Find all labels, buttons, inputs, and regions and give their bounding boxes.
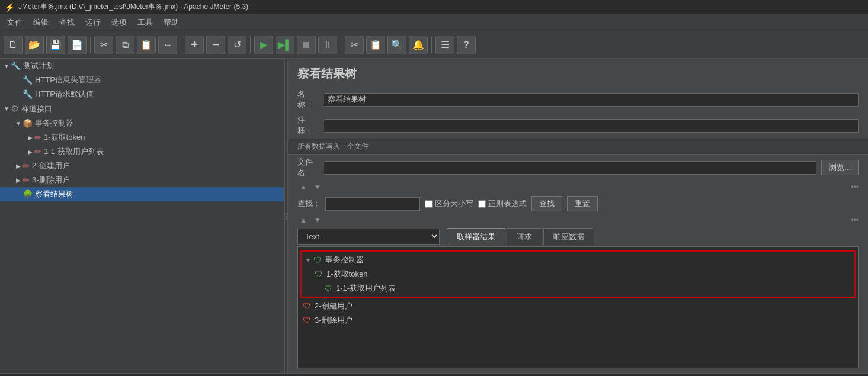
copy-button[interactable]: ⧉ <box>116 36 134 54</box>
result-item-r-get-token[interactable]: 🛡 1-获取token <box>303 267 853 281</box>
result-area[interactable]: ▼ 🛡 事务控制器 🛡 1-获取token 🛡 1-1-获取用户列表 🛡 <box>297 246 859 368</box>
status-bar: CSDN @NoamaNelson <box>0 373 868 376</box>
format-dropdown[interactable]: Text <box>297 229 440 245</box>
case-sensitive-label[interactable]: 区分大小写 <box>425 198 473 209</box>
more-dots1[interactable]: ••• <box>851 183 859 191</box>
tree-item-view-tree[interactable]: 🌳 察看结果树 <box>0 187 284 201</box>
tab-response-data[interactable]: 响应数据 <box>543 228 594 245</box>
result-item-trans-ctrl[interactable]: ▼ 🛡 事务控制器 <box>303 253 853 267</box>
arrow-create-user: ▶ <box>14 163 23 169</box>
label-transaction: 事务控制器 <box>35 118 73 128</box>
help-button[interactable]: ? <box>457 36 476 54</box>
tabs-row: 取样器结果 请求 响应数据 <box>447 228 595 245</box>
more-dots2[interactable]: ••• <box>851 216 859 224</box>
trans-ctrl-label: 事务控制器 <box>325 255 364 265</box>
menu-run[interactable]: 运行 <box>81 15 105 30</box>
run-button[interactable]: ▶ <box>254 36 273 54</box>
icon-http-default: 🔧 <box>23 89 33 99</box>
trans-ctrl-arrow: ▼ <box>305 257 313 263</box>
up-arrow2-icon[interactable]: ▲ <box>297 215 309 226</box>
paste-button[interactable]: 📋 <box>137 36 156 54</box>
search-label: 查找： <box>297 198 321 209</box>
trans-ctrl-icon: 🛡 <box>313 255 322 265</box>
find-button[interactable]: 查找 <box>531 196 562 211</box>
add-button[interactable]: + <box>185 36 204 54</box>
tree-item-transaction[interactable]: ▼ 📦 事务控制器 <box>0 116 284 130</box>
menu-options[interactable]: 选项 <box>107 15 132 30</box>
search-button[interactable]: 🔍 <box>387 36 406 54</box>
title-icon: ⚡ <box>5 2 15 12</box>
tree-item-create-user[interactable]: ▶ ✏ 2-创建用户 <box>0 159 284 173</box>
list-button[interactable]: ☰ <box>435 36 454 54</box>
menu-bar: 文件 编辑 查找 运行 选项 工具 帮助 <box>0 14 868 31</box>
result-item-r-create-user[interactable]: 🛡 2-创建用户 <box>300 299 856 313</box>
browse-button[interactable]: 浏览... <box>821 160 859 175</box>
menu-edit[interactable]: 编辑 <box>28 15 53 30</box>
up-arrow-icon[interactable]: ▲ <box>297 182 309 192</box>
tree-item-delete-user[interactable]: ▶ ✏ 3-删除用户 <box>0 173 284 187</box>
title-bar: ⚡ JMeter事务.jmx (D:\A_jmeter_test\JMeter事… <box>0 0 868 14</box>
toolbar-sep4 <box>341 37 341 53</box>
undo-button[interactable]: ↔ <box>158 36 177 54</box>
cut2-button[interactable]: ✂ <box>345 36 364 54</box>
red-border-group: ▼ 🛡 事务控制器 🛡 1-获取token 🛡 1-1-获取用户列表 <box>300 250 856 298</box>
menu-file[interactable]: 文件 <box>2 15 27 30</box>
menu-tools[interactable]: 工具 <box>133 15 158 30</box>
r-delete-user-label: 3-删除用户 <box>315 315 353 326</box>
menu-help[interactable]: 帮助 <box>159 15 184 30</box>
menu-find[interactable]: 查找 <box>55 15 79 30</box>
tree-item-get-token[interactable]: ▶ ✏ 1-获取token <box>0 130 284 144</box>
reset-button[interactable]: 重置 <box>567 196 598 211</box>
tab-sampler-result[interactable]: 取样器结果 <box>447 228 505 245</box>
bell-button[interactable]: 🔔 <box>409 36 428 54</box>
r-create-user-icon: 🛡 <box>303 301 311 311</box>
label-http-default: HTTP请求默认值 <box>35 89 94 99</box>
icon-thread-group: ⚙ <box>11 103 19 114</box>
run-step-button[interactable]: ▶▌ <box>276 36 294 54</box>
divider-row1: ▲ ▼ ••• <box>288 181 868 194</box>
search-input[interactable] <box>325 197 420 211</box>
arrow-delete-user: ▶ <box>14 177 23 184</box>
remove-button[interactable]: − <box>206 36 225 54</box>
arrow-get-token: ▶ <box>26 134 34 141</box>
save-button[interactable]: 💾 <box>46 36 65 54</box>
down-arrow-icon[interactable]: ▼ <box>312 182 324 192</box>
regex-checkbox[interactable] <box>478 200 486 208</box>
stop-button[interactable]: ⏹ <box>297 36 316 54</box>
tree-item-http-default[interactable]: 🔧 HTTP请求默认值 <box>0 87 284 101</box>
comment-input[interactable] <box>324 119 859 133</box>
new-button[interactable]: 🗋 <box>4 36 23 54</box>
label-delete-user: 3-删除用户 <box>32 175 70 185</box>
name-input[interactable] <box>324 93 859 107</box>
result-item-r-get-users[interactable]: 🛡 1-1-获取用户列表 <box>303 281 853 295</box>
left-panel: ▼ 🔧 测试计划 🔧 HTTP信息头管理器 🔧 HTTP请求默认值 ▼ ⚙ 禅道… <box>0 59 284 373</box>
r-get-token-label: 1-获取token <box>326 269 367 279</box>
tree-item-thread-group[interactable]: ▼ ⚙ 禅道接口 <box>0 101 284 116</box>
result-item-r-delete-user[interactable]: 🛡 3-删除用户 <box>300 313 856 327</box>
toolbar-sep5 <box>431 37 432 53</box>
label-thread-group: 禅道接口 <box>21 104 52 114</box>
toolbar: 🗋 📂 💾 📄 ✂ ⧉ 📋 ↔ + − ↺ ▶ ▶▌ ⏹ ⏸ ✂ 📋 🔍 🔔 ☰… <box>0 31 868 59</box>
search-row: 查找： 区分大小写 正则表达式 查找 重置 <box>288 194 868 214</box>
panel-title: 察看结果树 <box>288 59 868 86</box>
clear-button[interactable]: ↺ <box>228 36 246 54</box>
tab-request[interactable]: 请求 <box>507 228 542 245</box>
tree-item-http-header[interactable]: 🔧 HTTP信息头管理器 <box>0 73 284 87</box>
label-plan: 测试计划 <box>23 60 54 71</box>
filename-input[interactable] <box>324 161 816 175</box>
label-create-user: 2-创建用户 <box>32 160 70 171</box>
divider-row2: ▲ ▼ ••• <box>288 214 868 227</box>
tree-item-get-users[interactable]: ▶ ✏ 1-1-获取用户列表 <box>0 144 284 159</box>
tree-item-plan[interactable]: ▼ 🔧 测试计划 <box>0 59 284 73</box>
saveas-button[interactable]: 📄 <box>68 36 87 54</box>
shutdown-button[interactable]: ⏸ <box>318 36 337 54</box>
clipboard-button[interactable]: 📋 <box>366 36 385 54</box>
main-layout: ▼ 🔧 测试计划 🔧 HTTP信息头管理器 🔧 HTTP请求默认值 ▼ ⚙ 禅道… <box>0 59 868 373</box>
open-button[interactable]: 📂 <box>25 36 44 54</box>
case-sensitive-checkbox[interactable] <box>425 200 433 208</box>
down-arrow2-icon[interactable]: ▼ <box>312 215 324 226</box>
cut-button[interactable]: ✂ <box>94 36 113 54</box>
section-header: 所有数据写入一个文件 <box>288 139 868 155</box>
regex-label[interactable]: 正则表达式 <box>478 198 527 209</box>
label-get-users: 1-1-获取用户列表 <box>44 146 104 157</box>
